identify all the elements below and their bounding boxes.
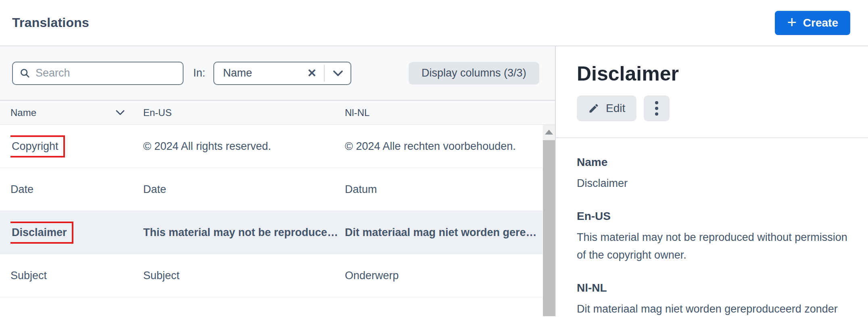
translations-page: Translations + Create In: <box>0 0 868 317</box>
table-row-date[interactable]: Date Date Datum <box>0 168 542 211</box>
plus-icon: + <box>787 14 796 30</box>
translations-table: Name En-US Nl-NL Copyright © 2024 All ri… <box>0 100 555 297</box>
field-value: This material may not be reproduced with… <box>577 228 848 264</box>
search-field-value: Name <box>223 67 303 79</box>
pencil-icon <box>588 103 599 114</box>
scrollbar-thumb[interactable] <box>543 140 555 316</box>
search-icon <box>19 68 31 79</box>
sort-chevron-icon <box>116 110 125 116</box>
search-box[interactable] <box>12 62 184 85</box>
field-label: En-US <box>577 210 848 223</box>
column-header-nl-nl[interactable]: Nl-NL <box>345 107 555 118</box>
column-header-name[interactable]: Name <box>10 107 143 118</box>
annotation-box: Disclaimer <box>10 222 73 244</box>
table-row-disclaimer[interactable]: Disclaimer This material may not be repr… <box>0 211 542 254</box>
page-header: Translations + Create <box>0 0 868 46</box>
edit-button[interactable]: Edit <box>577 95 636 121</box>
search-in-label: In: <box>193 67 205 79</box>
display-columns-button[interactable]: Display columns (3/3) <box>409 62 539 85</box>
more-actions-button[interactable] <box>644 95 670 121</box>
field-label: Nl-NL <box>577 282 848 294</box>
table-row-copyright[interactable]: Copyright © 2024 All rights reserved. © … <box>0 125 542 168</box>
translations-list-panel: In: Name ✕ Display columns (3/3) <box>0 46 556 316</box>
annotation-box: Copyright <box>10 135 65 157</box>
main-content: In: Name ✕ Display columns (3/3) <box>0 46 868 316</box>
table-row-subject[interactable]: Subject Subject Onderwerp <box>0 254 542 297</box>
detail-divider <box>556 137 868 138</box>
field-value: Disclaimer <box>577 174 848 192</box>
field-value: Dit materiaal mag niet worden gereproduc… <box>577 300 848 317</box>
detail-fields: Name Disclaimer En-US This material may … <box>577 156 848 317</box>
page-title: Translations <box>12 15 89 30</box>
field-name: Name Disclaimer <box>577 156 848 192</box>
detail-actions: Edit <box>577 95 848 121</box>
detail-title: Disclaimer <box>577 62 848 86</box>
table-body: Copyright © 2024 All rights reserved. © … <box>0 125 542 297</box>
create-button[interactable]: + Create <box>775 11 850 35</box>
edit-button-label: Edit <box>606 102 625 115</box>
column-header-en-us[interactable]: En-US <box>143 107 345 118</box>
scroll-up-button[interactable] <box>543 125 555 139</box>
triangle-up-icon <box>545 130 553 135</box>
search-field-select[interactable]: Name ✕ <box>213 62 351 85</box>
table-header-row: Name En-US Nl-NL <box>0 100 555 125</box>
vertical-scrollbar[interactable] <box>543 125 555 316</box>
field-en-us: En-US This material may not be reproduce… <box>577 210 848 264</box>
chevron-down-icon[interactable] <box>328 70 348 77</box>
create-button-label: Create <box>803 17 838 29</box>
filter-bar: In: Name ✕ Display columns (3/3) <box>0 46 555 100</box>
select-divider <box>324 65 325 82</box>
kebab-icon <box>655 100 659 116</box>
search-input[interactable] <box>35 67 176 79</box>
detail-panel: Disclaimer Edit <box>556 46 868 316</box>
field-nl-nl: Nl-NL Dit materiaal mag niet worden gere… <box>577 282 848 317</box>
clear-field-icon[interactable]: ✕ <box>303 66 321 80</box>
field-label: Name <box>577 156 848 169</box>
